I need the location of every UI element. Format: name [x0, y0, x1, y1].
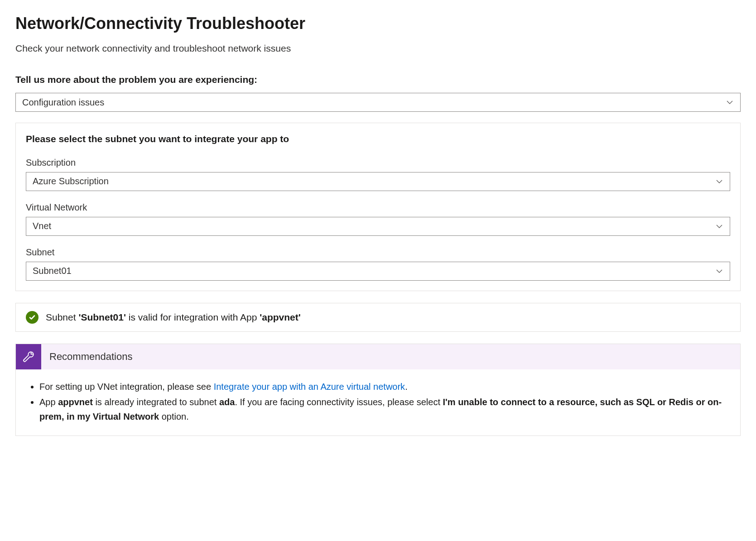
- recommendation-item: For setting up VNet integration, please …: [39, 379, 728, 394]
- reco2-t1: App: [39, 397, 58, 407]
- recommendations-body: For setting up VNet integration, please …: [16, 369, 740, 436]
- vnet-select-value: Vnet: [33, 220, 51, 233]
- page-title: Network/Connectivity Troubleshooter: [15, 12, 741, 35]
- validation-status: Subnet 'Subnet01' is valid for integrati…: [15, 303, 741, 332]
- status-app-name: 'appvnet': [260, 312, 301, 322]
- reco2-t3: . If you are facing connectivity issues,…: [235, 397, 443, 407]
- recommendation-item: App appvnet is already integrated to sub…: [39, 395, 728, 424]
- page-subtitle: Check your network connectivity and trou…: [15, 42, 741, 55]
- status-subnet-name: 'Subnet01': [78, 312, 126, 322]
- vnet-label: Virtual Network: [26, 201, 730, 214]
- problem-select-value: Configuration issues: [22, 96, 104, 109]
- problem-select[interactable]: Configuration issues: [15, 93, 741, 112]
- subnet-select-value: Subnet01: [33, 264, 72, 278]
- recommendations-header: Recommendations: [16, 344, 740, 369]
- problem-label: Tell us more about the problem you are e…: [15, 73, 741, 86]
- subnet-panel-heading: Please select the subnet you want to int…: [26, 132, 730, 146]
- subnet-panel: Please select the subnet you want to int…: [15, 123, 741, 291]
- reco1-pre: For setting up VNet integration, please …: [39, 382, 214, 392]
- subnet-select[interactable]: Subnet01: [26, 262, 730, 281]
- subscription-select[interactable]: Azure Subscription: [26, 172, 730, 191]
- reco2-subnet: ada: [219, 397, 235, 407]
- reco2-t4: option.: [159, 412, 189, 421]
- status-middle: is valid for integration with App: [126, 312, 260, 322]
- recommendations-title: Recommendations: [41, 344, 140, 369]
- vnet-select[interactable]: Vnet: [26, 217, 730, 236]
- validation-status-text: Subnet 'Subnet01' is valid for integrati…: [46, 311, 301, 324]
- subscription-label: Subscription: [26, 156, 730, 169]
- recommendations-panel: Recommendations For setting up VNet inte…: [15, 344, 741, 436]
- integrate-vnet-link[interactable]: Integrate your app with an Azure virtual…: [214, 382, 405, 392]
- wrench-icon: [16, 344, 41, 369]
- reco1-post: .: [405, 382, 408, 392]
- reco2-t2: is already integrated to subnet: [93, 397, 219, 407]
- status-prefix: Subnet: [46, 312, 78, 322]
- subscription-select-value: Azure Subscription: [33, 175, 109, 188]
- success-check-icon: [26, 311, 39, 324]
- subnet-label: Subnet: [26, 246, 730, 259]
- reco2-app: appvnet: [58, 397, 93, 407]
